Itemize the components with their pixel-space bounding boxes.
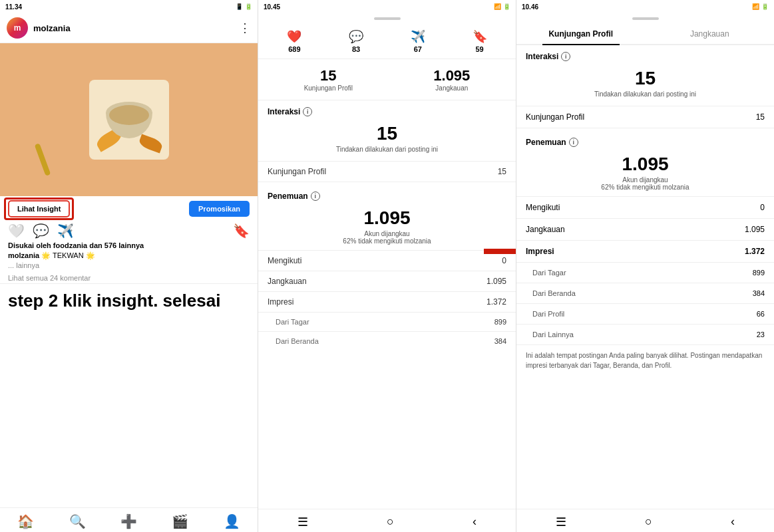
- ig-user: m molzania: [7, 17, 71, 39]
- stat-likes: ❤️ 689: [287, 29, 301, 53]
- nav-search-icon[interactable]: 🔍: [69, 513, 86, 529]
- arrow-indicator: [484, 239, 516, 263]
- likes-text: Disukai oleh foodzania dan 576 lainnya: [8, 241, 144, 249]
- ig-bottom-nav: 🏠 🔍 ➕ 🎬 👤: [0, 507, 258, 532]
- comment-icon[interactable]: 💬: [33, 223, 49, 239]
- tab-jangkauan[interactable]: Jangkauan: [646, 23, 775, 44]
- dari-tagar-row: Dari Tagar 899: [258, 312, 516, 331]
- ig-username: molzania: [33, 23, 71, 33]
- caption-more[interactable]: ... lainnya: [8, 261, 39, 269]
- nav-circle-icon[interactable]: ○: [387, 515, 394, 529]
- dari-beranda-row: Dari Beranda 384: [258, 331, 516, 350]
- penemuan-sub2: 62% tidak mengikuti molzania: [343, 237, 431, 245]
- interaksi-info-icon[interactable]: i: [303, 107, 312, 116]
- more-options-button[interactable]: ⋮: [239, 21, 251, 35]
- p3-jangkauan-val: 1.095: [745, 225, 765, 234]
- spoon-decoration: [35, 143, 51, 176]
- p3-dari-lainnya-val: 23: [757, 331, 765, 338]
- stat-saves: 🔖 59: [473, 29, 487, 53]
- p3-jangkauan-label: Jangkauan: [526, 225, 565, 234]
- p3-impresi-label: Impresi: [526, 247, 554, 256]
- p3-interaksi-title: Interaksi: [526, 52, 558, 61]
- p3-dari-beranda-label: Dari Beranda: [526, 289, 576, 297]
- p3-interaksi-sub: Tindakan dilakukan dari posting ini: [516, 90, 774, 103]
- like-icon[interactable]: 🤍: [8, 223, 25, 239]
- jangkauan-detail-label: Jangkauan: [268, 277, 307, 286]
- share-icon[interactable]: ✈️: [57, 223, 74, 239]
- p3-interaksi-info-icon[interactable]: i: [561, 52, 570, 61]
- panel-detail-tabs: 10.46 📶 🔋 Kunjungan Profil Jangkauan Int…: [516, 0, 774, 532]
- drag-handle-p3: [632, 17, 659, 20]
- nav-add-icon[interactable]: ➕: [120, 513, 137, 529]
- p3-dari-lainnya-row: Dari Lainnya 23: [516, 324, 774, 344]
- p3-impresi-val: 1.372: [745, 247, 765, 256]
- ig-header: m molzania ⋮: [0, 13, 258, 43]
- p3-interaksi-header: Interaksi i: [516, 45, 774, 64]
- avatar: m: [7, 17, 28, 39]
- stat-shares: ✈️ 67: [411, 29, 425, 53]
- jangkauan-label-top: Jangkauan: [433, 84, 470, 92]
- p3-note: Ini adalah tempat postingan Anda paling …: [516, 344, 774, 377]
- p3-dari-beranda-row: Dari Beranda 384: [516, 283, 774, 303]
- lihat-insight-button[interactable]: Lihat Insight: [8, 200, 70, 217]
- view-all-comments[interactable]: Lihat semua 24 komentar: [0, 273, 258, 283]
- interaksi-title: Interaksi: [268, 107, 300, 116]
- p3-mengikuti-row: Mengikuti 0: [516, 196, 774, 218]
- p3-nav-back-icon[interactable]: ‹: [731, 515, 735, 529]
- leaf-decoration2: [137, 134, 163, 154]
- nav-reels-icon[interactable]: 🎬: [172, 513, 188, 529]
- likes-detail: Disukai oleh foodzania dan 576 lainnya: [8, 241, 144, 249]
- p3-penemuan-title: Penemuan: [526, 138, 566, 147]
- penemuan-sub1: Akun dijangkau: [364, 230, 409, 237]
- dari-beranda-value: 384: [494, 337, 506, 345]
- kunjungan-jangkauan-row: 15 Kunjungan Profil 1.095 Jangkauan: [258, 59, 516, 100]
- bookmark2-icon: 🔖: [473, 29, 487, 44]
- kunjungan-label: Kunjungan Profil: [304, 84, 353, 92]
- status-bar-panel1: 11.34 📱 🔋: [0, 0, 258, 13]
- caption-emoji2: 🌟: [86, 251, 95, 259]
- food-illustration: [89, 80, 169, 160]
- interaksi-big-number: 15: [258, 119, 516, 146]
- nav-back-icon[interactable]: ‹: [473, 515, 477, 529]
- p3-dari-lainnya-label: Dari Lainnya: [526, 331, 574, 338]
- p3-penemuan-sub1: Akun dijangkau: [622, 176, 668, 184]
- bookmark-icon[interactable]: 🔖: [233, 223, 250, 239]
- p3-dari-profil-label: Dari Profil: [526, 310, 564, 318]
- jangkauan-detail-row: Jangkauan 1.095: [258, 271, 516, 291]
- p3-penemuan-info-icon[interactable]: i: [569, 138, 578, 147]
- tab-kunjungan-profil[interactable]: Kunjungan Profil: [516, 23, 646, 44]
- dari-beranda-label: Dari Beranda: [268, 337, 319, 345]
- promosikan-button[interactable]: Promosikan: [189, 201, 250, 217]
- interaksi-header: Interaksi i: [258, 100, 516, 119]
- p3-dari-beranda-val: 384: [753, 289, 765, 297]
- penemuan-info-icon[interactable]: i: [311, 192, 320, 201]
- send-icon: ✈️: [411, 29, 425, 44]
- p3-impresi-row: Impresi 1.372: [516, 240, 774, 262]
- p3-nav-menu-icon[interactable]: ☰: [556, 515, 566, 529]
- shares-val: 67: [414, 45, 422, 53]
- detail-scroll-area: Interaksi i 15 Tindakan dilakukan dari p…: [516, 45, 774, 509]
- impresi-value: 1.372: [486, 297, 506, 307]
- p3-jangkauan-row: Jangkauan 1.095: [516, 218, 774, 240]
- kunjungan-profil-summary: 15 Kunjungan Profil: [304, 67, 353, 92]
- status-time-p1: 11.34: [5, 3, 22, 11]
- kunjungan-profil-value: 15: [498, 167, 506, 176]
- nav-menu-icon[interactable]: ☰: [297, 515, 308, 529]
- p3-nav-circle-icon[interactable]: ○: [645, 515, 652, 529]
- kunjungan-profil-row: Kunjungan Profil 15: [258, 161, 516, 182]
- likes-val: 689: [288, 45, 300, 53]
- status-time-p2: 10.45: [264, 3, 280, 11]
- likes-section: Disukai oleh foodzania dan 576 lainnya: [0, 241, 258, 249]
- post-image: [0, 43, 258, 196]
- post-icons-row: 🤍 💬 ✈️ 🔖: [0, 221, 258, 241]
- status-bar-panel2: 10.45 📶 🔋: [258, 0, 516, 13]
- p3-dari-profil-val: 66: [757, 310, 765, 318]
- interaksi-section: Interaksi i 15 Tindakan dilakukan dari p…: [258, 100, 516, 161]
- nav-home-icon[interactable]: 🏠: [17, 513, 34, 529]
- caption-emoji: 🌟: [41, 251, 51, 259]
- kunjungan-profil-label: Kunjungan Profil: [268, 167, 326, 176]
- jangkauan-summary: 1.095 Jangkauan: [433, 67, 470, 92]
- nav-profile-icon[interactable]: 👤: [224, 513, 240, 529]
- impresi-label: Impresi: [268, 297, 293, 307]
- top-stats-row: ❤️ 689 💬 83 ✈️ 67 🔖 59: [258, 23, 516, 59]
